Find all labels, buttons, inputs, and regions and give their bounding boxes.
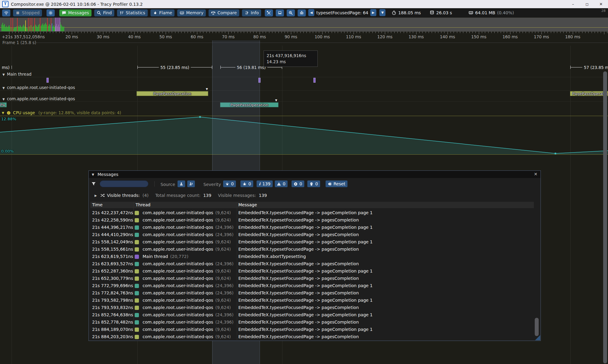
message-row[interactable]: 21s 793,593,832nscom.apple.root.user-ini… bbox=[90, 304, 534, 311]
shuffle-icon bbox=[100, 193, 105, 198]
axis-tick bbox=[269, 32, 269, 33]
frame-bar bbox=[46, 25, 47, 31]
info-button[interactable]: Info bbox=[242, 9, 261, 16]
message-row[interactable]: 21s 422,237,472nscom.apple.root.user-ini… bbox=[90, 209, 534, 217]
message-filter-input[interactable] bbox=[100, 180, 148, 187]
message-row[interactable]: 21s 884,189,070nscom.apple.root.user-ini… bbox=[90, 326, 534, 333]
minimize-button[interactable]: – bbox=[566, 0, 580, 8]
axis-tick bbox=[404, 32, 404, 33]
tools-button[interactable] bbox=[265, 9, 273, 16]
message-time: 21s 558,142,049ns bbox=[92, 239, 133, 244]
message-row[interactable]: 21s 772,824,763nscom.apple.root.user-ini… bbox=[90, 290, 534, 297]
message-row[interactable]: 21s 422,258,590nscom.apple.root.user-ini… bbox=[90, 217, 534, 224]
frame-marker[interactable]: 55 (23.85 ms) bbox=[137, 65, 212, 70]
severity-skull-button[interactable]: 0 bbox=[307, 180, 320, 187]
collapse-arrow-icon[interactable]: ▼ bbox=[2, 98, 5, 101]
window-resize-grip[interactable] bbox=[535, 335, 540, 340]
axis-tick bbox=[357, 32, 357, 33]
system-info-button[interactable] bbox=[276, 9, 284, 16]
messages-close-icon[interactable]: ✕ bbox=[534, 172, 537, 177]
memory-button[interactable]: Memory bbox=[177, 9, 206, 16]
zone-pa[interactable]: Pa bbox=[0, 102, 7, 107]
collapse-arrow-icon[interactable]: ▼ bbox=[2, 111, 4, 115]
zone-tiny[interactable] bbox=[313, 78, 316, 83]
axis-tick bbox=[338, 32, 338, 33]
close-button[interactable]: ✕ bbox=[594, 0, 608, 8]
axis-tick bbox=[300, 32, 301, 33]
prev-zone-button[interactable]: ◀ bbox=[308, 9, 314, 16]
message-row[interactable]: 21s 793,582,798nscom.apple.root.user-ini… bbox=[90, 297, 534, 304]
collapse-arrow-icon[interactable]: ▼ bbox=[2, 73, 5, 76]
source-callstack-button[interactable] bbox=[187, 180, 195, 187]
axis-tick bbox=[53, 32, 53, 33]
message-row[interactable]: 21s 623,619,571nsMain thread (20,772)Emb… bbox=[90, 253, 534, 260]
flame-button[interactable]: Flame bbox=[150, 9, 175, 16]
message-row[interactable]: 21s 852,778,482nscom.apple.root.user-ini… bbox=[90, 319, 534, 326]
stopped-button[interactable]: Stopped bbox=[13, 9, 42, 16]
frame-bar bbox=[5, 27, 6, 31]
messages-scrollbar[interactable] bbox=[535, 318, 539, 336]
timeline-scrollbar[interactable] bbox=[603, 71, 607, 363]
message-row[interactable]: 21s 444,410,290nscom.apple.root.user-ini… bbox=[90, 231, 534, 239]
thread-row-header[interactable]: ▼com.apple.root.user-initiated-qos bbox=[2, 96, 75, 101]
thread-row-header[interactable]: ▼Main thread bbox=[2, 72, 31, 77]
zone-pagepassoperation[interactable]: PagePassOperation bbox=[136, 91, 208, 96]
fps-counter: 28 bbox=[601, 9, 606, 13]
message-row[interactable]: 21s 652,300,779nscom.apple.root.user-ini… bbox=[90, 275, 534, 282]
options-button[interactable] bbox=[47, 9, 55, 16]
collapse-arrow-icon[interactable]: ▼ bbox=[92, 173, 94, 176]
cpu-max-label: 12.88% bbox=[1, 117, 16, 121]
axis-tick bbox=[112, 32, 113, 33]
frame-bar bbox=[62, 26, 62, 31]
frame-marker[interactable]: 57 (23.85 ms) bbox=[570, 65, 608, 70]
connection-button[interactable] bbox=[2, 9, 10, 16]
cpu-usage-plot[interactable] bbox=[0, 116, 608, 155]
message-row[interactable]: 21s 558,142,049nscom.apple.root.user-ini… bbox=[90, 239, 534, 246]
frame-boundary-line bbox=[12, 46, 12, 364]
compare-button[interactable]: Compare bbox=[209, 9, 239, 16]
source-label: Source bbox=[161, 181, 175, 188]
frame-set-label[interactable]: Frame 1 (25.8 s) bbox=[2, 40, 36, 45]
messages-window-titlebar[interactable]: ▼ Messages ✕ bbox=[89, 171, 541, 178]
maximize-button[interactable]: ◻ bbox=[580, 0, 594, 8]
axis-tick bbox=[250, 32, 250, 33]
cpu-usage-row-header[interactable]: ▼ CPU usage (y-range: 12.88%, visible da… bbox=[2, 110, 121, 115]
table-header-row[interactable]: Time Thread Message bbox=[90, 202, 534, 208]
axis-tick bbox=[510, 32, 510, 34]
message-row[interactable]: 21s 623,693,527nscom.apple.root.user-ini… bbox=[90, 260, 534, 268]
collapse-arrow-icon[interactable]: ▼ bbox=[2, 86, 5, 90]
visible-threads-label[interactable]: Visible threads: bbox=[107, 193, 140, 198]
thread-row-header[interactable]: ▼com.apple.root.user-initiated-qos bbox=[2, 85, 75, 90]
filter-funnel-icon[interactable] bbox=[91, 180, 96, 187]
expand-arrow-icon[interactable]: ▶ bbox=[95, 194, 97, 197]
zone-menu-button[interactable]: ▼ bbox=[379, 9, 385, 16]
statistics-button[interactable]: Statistics bbox=[117, 9, 148, 16]
severity-paw-button[interactable]: 0 bbox=[223, 180, 236, 187]
message-row[interactable]: 21s 444,396,217nscom.apple.root.user-ini… bbox=[90, 224, 534, 231]
severity-warning-button[interactable]: 0 bbox=[275, 180, 288, 187]
zone-tiny[interactable] bbox=[47, 78, 49, 83]
next-zone-button[interactable]: ▶ bbox=[370, 9, 376, 16]
frame-bar bbox=[42, 25, 42, 31]
message-row[interactable]: 21s 652,287,360nscom.apple.root.user-ini… bbox=[90, 268, 534, 275]
message-row[interactable]: 21s 852,764,638nscom.apple.root.user-ini… bbox=[90, 311, 534, 319]
stop-icon bbox=[16, 11, 20, 15]
message-row[interactable]: 21s 772,799,696nscom.apple.root.user-ini… bbox=[90, 282, 534, 290]
message-row[interactable]: 21s 558,155,661nscom.apple.root.user-ini… bbox=[90, 246, 534, 253]
frame-histogram[interactable] bbox=[0, 18, 608, 32]
automation-button[interactable] bbox=[298, 9, 306, 16]
tools-icon bbox=[267, 11, 271, 15]
axis-time-label: 40 ms bbox=[128, 34, 141, 39]
source-user-button[interactable] bbox=[178, 180, 185, 187]
severity-error-button[interactable]: 0 bbox=[292, 180, 304, 187]
zone-pagepassoperation[interactable]: PagePassOperation bbox=[570, 91, 608, 96]
message-row[interactable]: 21s 884,203,203nscom.apple.root.user-ini… bbox=[90, 333, 534, 340]
zoom-search-button[interactable] bbox=[287, 9, 295, 16]
severity-bug-button[interactable]: 0 bbox=[240, 180, 253, 187]
reset-filters-button[interactable]: Reset bbox=[326, 180, 347, 187]
axis-time-label: 100 ms bbox=[315, 34, 330, 39]
severity-info-button[interactable]: i139 bbox=[257, 180, 273, 187]
messages-button[interactable]: Messages bbox=[59, 9, 92, 16]
find-button[interactable]: Find bbox=[94, 9, 114, 16]
axis-tick bbox=[91, 32, 91, 33]
